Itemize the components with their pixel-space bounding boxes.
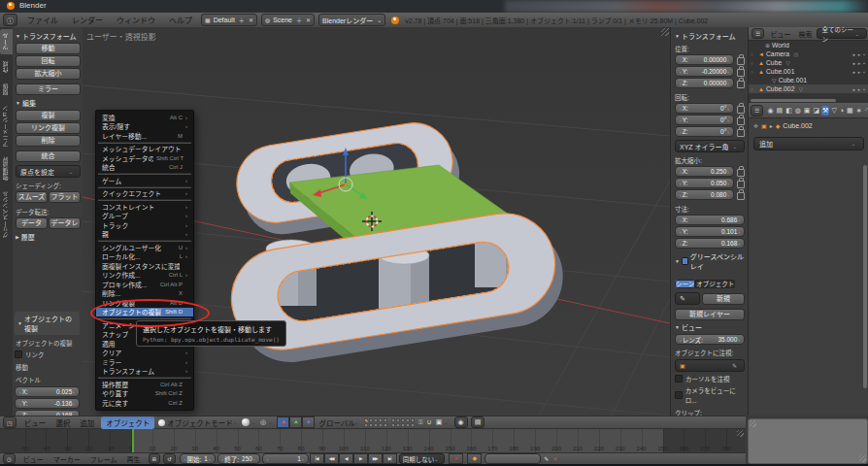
record-icon[interactable]: ● bbox=[449, 453, 463, 464]
close-scene-icon[interactable]: ✕ bbox=[306, 17, 311, 23]
close-layout-icon[interactable]: ✕ bbox=[249, 17, 253, 23]
tool-button[interactable]: 移動 bbox=[16, 43, 81, 54]
outliner-row[interactable]: ○ ◄ Camera ◎ ● ▸ ▪ bbox=[749, 50, 868, 58]
layer-button[interactable] bbox=[396, 423, 400, 427]
region-resize-grip[interactable] bbox=[661, 28, 669, 36]
context-menu-item[interactable]: ローカル化... L › bbox=[96, 252, 193, 262]
scale-field[interactable]: ‹X: 0.250› bbox=[675, 166, 734, 177]
region-resize-grip[interactable] bbox=[750, 420, 756, 427]
rotation-field[interactable]: ‹X: 0°› bbox=[675, 103, 734, 114]
properties-tab-icon[interactable]: ◑ bbox=[839, 106, 845, 116]
expander-icon[interactable]: ○ bbox=[751, 60, 756, 66]
gp-new-button[interactable]: 新規 bbox=[702, 293, 745, 305]
orientation-dropdown[interactable]: グローバル bbox=[318, 417, 354, 428]
vertical-scrollbar[interactable] bbox=[863, 165, 867, 388]
context-menu-item[interactable]: シングルユーザー化 U › bbox=[96, 243, 193, 252]
editor-type-button[interactable]: ☰ bbox=[751, 105, 763, 116]
frame-lock-icon[interactable]: ↺ bbox=[163, 453, 176, 464]
eyedropper-icon[interactable]: ✎ bbox=[732, 362, 737, 369]
context-menu-item[interactable]: ゲーム › bbox=[96, 176, 193, 185]
expander-icon[interactable]: ○ bbox=[751, 51, 756, 57]
layer-button[interactable] bbox=[401, 418, 405, 422]
insert-keyframe-icon[interactable]: ✎ bbox=[544, 455, 549, 462]
vector-axis-field[interactable]: ‹ Y: -0.136 › bbox=[15, 398, 80, 409]
context-menu-item[interactable]: 親 › bbox=[96, 230, 193, 240]
layer-button[interactable] bbox=[406, 423, 410, 427]
add-layout-icon[interactable]: ＋ bbox=[239, 16, 245, 24]
linked-checkbox-row[interactable]: リンク bbox=[15, 350, 80, 359]
operator-panel-header[interactable]: ▼ オブジェクトの複製 bbox=[15, 312, 80, 335]
viewport-menu[interactable]: ビュー bbox=[19, 417, 51, 428]
context-menu-item[interactable]: プロキシ作成... Ctrl Alt P bbox=[96, 280, 193, 289]
properties-tab-icon[interactable]: ◉ bbox=[766, 106, 774, 116]
scene-selector[interactable]: ◍ Scene ＋ ✕ bbox=[261, 14, 315, 26]
tool-button[interactable]: 統合 bbox=[16, 150, 81, 162]
panel-header-history[interactable]: ▶ 履歴 bbox=[16, 232, 81, 242]
delete-keyframe-icon[interactable]: ✕ bbox=[552, 455, 557, 462]
lock-icon[interactable] bbox=[737, 81, 745, 88]
layer-button[interactable] bbox=[374, 418, 378, 422]
rotation-mode-dropdown[interactable]: XYZ オイラー角 ⌄ bbox=[675, 140, 745, 152]
dimension-field[interactable]: ‹Z: 0.168› bbox=[675, 238, 745, 249]
scale-manipulator-icon[interactable]: ▲ bbox=[302, 416, 315, 428]
start-frame-field[interactable]: ‹開始: 1› bbox=[180, 453, 216, 464]
layer-button[interactable] bbox=[391, 418, 395, 422]
context-menu-item[interactable]: オブジェクトの複製 Shift D bbox=[96, 308, 193, 317]
timeline-menu[interactable]: マーカー bbox=[49, 454, 85, 464]
shelf-tab[interactable]: グリースペンシル bbox=[0, 187, 13, 242]
data-transfer-button[interactable]: データ bbox=[16, 217, 48, 229]
context-menu-item[interactable]: 削除... X bbox=[96, 289, 193, 299]
tool-button[interactable]: ミラー bbox=[16, 83, 81, 95]
context-menu-item[interactable]: 統合 Ctrl J bbox=[96, 163, 193, 173]
opengl-render-button[interactable]: ◉ bbox=[454, 416, 468, 428]
layer-button[interactable] bbox=[406, 418, 410, 422]
screen-layout-selector[interactable]: ▦ Default ＋ ✕ bbox=[201, 14, 257, 26]
pin-icon[interactable]: ✛ bbox=[753, 122, 758, 129]
context-menu-item[interactable]: 操作履歴 Ctrl Alt Z bbox=[96, 380, 193, 389]
lock-icon[interactable] bbox=[737, 181, 745, 188]
lock-icon[interactable] bbox=[737, 57, 745, 65]
panel-header-transform[interactable]: ▼ トランスフォーム bbox=[675, 31, 745, 41]
layer-button[interactable] bbox=[411, 418, 415, 422]
increment-icon[interactable]: › bbox=[73, 389, 75, 395]
draw-tool-dropdown[interactable]: ✎ bbox=[675, 292, 700, 305]
grease-pencil-source-tab[interactable]: シーン bbox=[675, 280, 695, 288]
scale-field[interactable]: ‹Y: 0.050› bbox=[675, 178, 734, 188]
viewport-menu[interactable]: 追加 bbox=[75, 417, 99, 428]
lock-icon[interactable] bbox=[737, 117, 745, 125]
context-menu-item[interactable]: メッシュデータの転送 Shift Ctrl T bbox=[96, 153, 193, 163]
outliner-row[interactable]: ○ ▽ Cube.001 ● ▸ ▪ bbox=[749, 76, 868, 84]
context-menu-item[interactable]: トランスフォーム › bbox=[96, 367, 193, 377]
current-frame-indicator[interactable] bbox=[132, 429, 134, 452]
context-menu-item[interactable]: 元に戻す Ctrl Z bbox=[96, 398, 193, 408]
use-preview-range-icon[interactable]: ⊞ bbox=[149, 453, 161, 464]
timeline-ruler[interactable]: -50-40-30-20-100102030405060708090100110… bbox=[0, 429, 746, 452]
translate-manipulator-icon[interactable]: ▲ bbox=[277, 416, 289, 428]
properties-tab-icon[interactable]: ▣ bbox=[803, 106, 812, 116]
lock-object-field[interactable]: ▣ ✎ bbox=[675, 359, 745, 372]
menubar-item[interactable]: ファイル bbox=[20, 15, 65, 25]
properties-tab-icon[interactable]: ▽ bbox=[830, 106, 837, 116]
lens-field[interactable]: ‹レンズ: 35.000› bbox=[675, 334, 745, 345]
viewport-shading-icon[interactable] bbox=[242, 418, 250, 426]
layer-button[interactable] bbox=[391, 423, 395, 427]
horizontal-scrollbar[interactable] bbox=[751, 99, 836, 102]
mode-dropdown[interactable]: オブジェクトモード bbox=[167, 417, 233, 428]
expander-icon[interactable]: ○ bbox=[751, 69, 756, 75]
context-menu-item[interactable]: クイックエフェクト › bbox=[96, 189, 193, 199]
properties-tab-icon[interactable]: ⚒ bbox=[821, 106, 829, 116]
properties-tab-icon[interactable]: ▤ bbox=[776, 106, 785, 116]
snap-element-icon[interactable]: ▣ bbox=[436, 418, 443, 426]
add-scene-icon[interactable]: ＋ bbox=[296, 16, 302, 24]
window-titlebar[interactable]: Blender bbox=[0, 0, 868, 13]
panel-header-grease-pencil[interactable]: ▼ グリースペンシルレイ bbox=[675, 251, 745, 271]
set-origin-dropdown[interactable]: 原点を設定 ⌄ bbox=[16, 165, 81, 178]
keying-set-field[interactable] bbox=[484, 453, 541, 464]
scale-field[interactable]: ‹Z: 0.080› bbox=[675, 189, 734, 200]
lock-icon[interactable] bbox=[737, 106, 745, 114]
display-filter-dropdown[interactable]: 全てのシーン ⌄ bbox=[817, 28, 867, 39]
lock-icon[interactable] bbox=[737, 169, 745, 177]
increment-icon[interactable]: › bbox=[73, 401, 75, 407]
panel-header-view[interactable]: ▼ ビュー bbox=[675, 322, 745, 332]
playback-button[interactable]: ▶ bbox=[353, 453, 368, 464]
